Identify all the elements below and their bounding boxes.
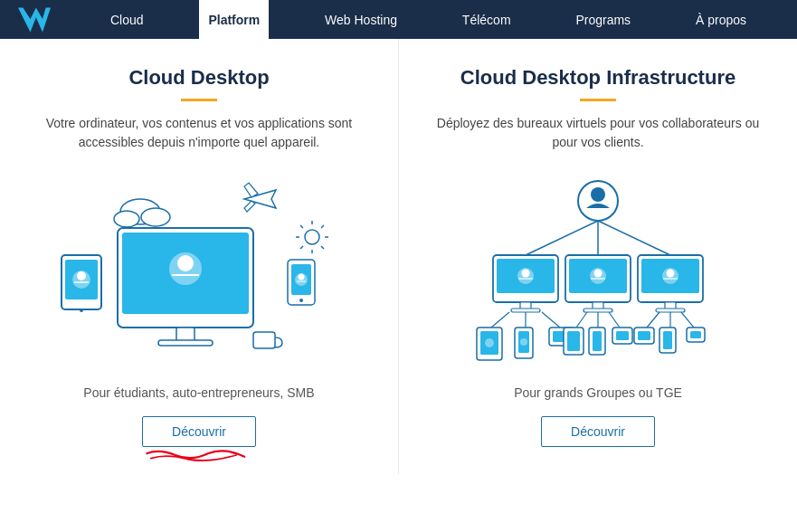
svg-rect-85 — [663, 331, 672, 349]
svg-point-30 — [299, 274, 305, 280]
svg-line-24 — [321, 246, 324, 249]
svg-line-37 — [598, 221, 670, 255]
svg-point-53 — [520, 338, 527, 346]
card-title-1: Cloud Desktop — [128, 66, 269, 90]
svg-rect-13 — [158, 340, 213, 346]
svg-point-50 — [485, 338, 494, 347]
nav-item-programs[interactable]: Programs — [566, 0, 640, 39]
svg-line-25 — [321, 225, 324, 228]
svg-rect-87 — [690, 331, 701, 338]
svg-line-63 — [576, 312, 587, 328]
svg-line-47 — [542, 312, 560, 328]
nav-item-apropos[interactable]: À propos — [687, 0, 755, 39]
svg-point-4 — [77, 271, 86, 280]
svg-rect-62 — [584, 309, 612, 312]
card-btn-2[interactable]: Découvrir — [541, 416, 655, 447]
svg-point-75 — [667, 270, 675, 278]
nav-item-webhosting[interactable]: Web Hosting — [316, 0, 406, 39]
svg-point-34 — [591, 187, 605, 202]
svg-rect-14 — [253, 332, 275, 348]
card-tag-1: Pour étudiants, auto-entrepreneurs, SMB — [83, 385, 314, 400]
nav-items: Cloud Platform Web Hosting Télécom Progr… — [78, 0, 779, 39]
svg-point-32 — [299, 299, 303, 302]
svg-point-41 — [522, 270, 530, 278]
svg-rect-83 — [638, 331, 650, 340]
nav-item-cloud[interactable]: Cloud — [101, 0, 153, 39]
card-illustration-2 — [426, 174, 770, 373]
svg-line-79 — [647, 312, 659, 328]
card-tag-2: Pour grands Groupes ou TGE — [514, 385, 682, 400]
svg-line-23 — [300, 225, 303, 228]
svg-line-26 — [300, 246, 303, 249]
svg-line-45 — [491, 312, 509, 328]
svg-line-65 — [609, 312, 620, 328]
svg-rect-69 — [593, 331, 602, 351]
nav-item-platform[interactable]: Platform — [199, 0, 269, 39]
card-desc-1: Votre ordinateur, vos contenus et vos ap… — [27, 114, 371, 161]
main-content: Cloud Desktop Votre ordinateur, vos cont… — [0, 39, 797, 474]
card-illustration-1 — [27, 174, 371, 373]
navbar: Cloud Platform Web Hosting Télécom Progr… — [0, 0, 797, 39]
svg-line-81 — [681, 312, 694, 328]
card-cloud-desktop: Cloud Desktop Votre ordinateur, vos cont… — [0, 39, 399, 474]
logo[interactable] — [18, 7, 51, 33]
svg-marker-0 — [18, 7, 51, 32]
svg-point-16 — [141, 208, 170, 226]
svg-point-18 — [305, 230, 319, 244]
svg-point-10 — [177, 255, 194, 271]
svg-line-35 — [526, 221, 598, 255]
svg-rect-67 — [567, 331, 580, 351]
svg-point-17 — [114, 211, 139, 227]
card-title-2: Cloud Desktop Infrastructure — [460, 66, 735, 90]
svg-rect-78 — [656, 309, 685, 312]
card-btn-1[interactable]: Découvrir — [142, 416, 256, 447]
card-divider-1 — [181, 99, 217, 101]
nav-item-telecom[interactable]: Télécom — [453, 0, 520, 39]
svg-rect-44 — [511, 309, 540, 312]
svg-point-6 — [80, 309, 83, 312]
svg-rect-71 — [616, 331, 629, 340]
card-divider-2 — [580, 99, 616, 101]
svg-point-59 — [594, 270, 602, 278]
card-cloud-infra: Cloud Desktop Infrastructure Déployez de… — [399, 39, 797, 474]
card-desc-2: Déployez des bureaux virtuels pour vos c… — [426, 114, 770, 161]
